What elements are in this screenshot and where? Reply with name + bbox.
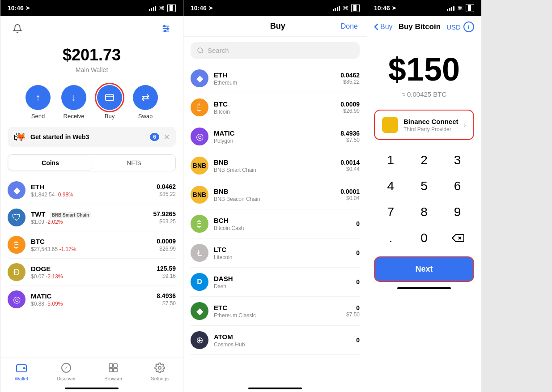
next-button[interactable]: Next: [374, 256, 474, 282]
buy-bnb-beacon[interactable]: BNB BNB BNB Beacon Chain 0.0001 $0.04: [191, 180, 360, 209]
nav-browser-label: Browser: [104, 376, 122, 381]
numpad-2[interactable]: 2: [408, 147, 441, 173]
amount-value: $150: [376, 51, 472, 88]
search-bar[interactable]: [191, 42, 360, 59]
nav-discover-label: Discover: [57, 376, 76, 381]
currency-label: USD: [446, 23, 461, 31]
buy-bch-symbol: BCH: [214, 217, 351, 224]
buy-bnb-beacon-symbol: BNB: [214, 187, 335, 195]
swap-action[interactable]: ⇄ Swap: [133, 85, 158, 119]
buy-matic[interactable]: ◎ MATIC Polygon 8.4936 $7.50: [191, 122, 360, 151]
eth-info: ETH $1,842.54 -0.98%: [31, 183, 151, 198]
numpad-4[interactable]: 4: [374, 173, 408, 199]
receive-button[interactable]: ↓: [61, 85, 86, 110]
coin-item-eth[interactable]: ◆ ETH $1,842.54 -0.98% 0.0462 $85.22: [8, 177, 176, 204]
nav-discover[interactable]: Discover: [57, 362, 76, 381]
coin-item-twt[interactable]: 🛡 TWT BNB Smart Chain $1.09 -2.02% 57.92…: [8, 204, 176, 231]
web3-close-button[interactable]: ✕: [164, 133, 170, 141]
settings-nav-icon: [153, 362, 166, 374]
twt-symbol: TWT BNB Smart Chain: [31, 210, 148, 218]
numpad-3[interactable]: 3: [441, 147, 474, 173]
buy-bch-amount: 0: [356, 220, 360, 227]
nav-wallet-label: Wallet: [15, 376, 28, 381]
buy-bnb-smart-symbol: BNB: [214, 158, 335, 166]
eth-usd: $85.22: [157, 191, 176, 197]
send-action[interactable]: ↑ Send: [25, 85, 51, 119]
buy-bch-icon: ₿: [191, 215, 208, 233]
numpad-6[interactable]: 6: [441, 173, 474, 199]
buy-bch[interactable]: ₿ BCH Bitcoin Cash 0: [191, 209, 360, 239]
numpad-0[interactable]: 0: [408, 225, 441, 251]
buy-matic-usd: $7.50: [340, 137, 360, 143]
buy-etc-info: ETC Ethereum Classic: [214, 304, 341, 319]
svg-rect-13: [114, 364, 117, 367]
numpad-8[interactable]: 8: [408, 199, 441, 225]
web3-text: Get started in Web3: [30, 133, 145, 141]
receive-action[interactable]: ↓ Receive: [61, 85, 86, 119]
svg-marker-11: [64, 366, 68, 370]
back-button[interactable]: Buy: [374, 23, 393, 31]
screen-buy-list: 10:46 ➤ ⌘ ▊ Buy Done ◆: [183, 0, 367, 392]
buy-dash[interactable]: D DASH Dash 0: [191, 268, 360, 297]
send-button[interactable]: ↑: [25, 85, 51, 110]
filter-button[interactable]: [158, 21, 174, 37]
buy-etc[interactable]: ◆ ETC Ethereum Classic 0 $7.50: [191, 297, 360, 326]
location-icon-3: ➤: [392, 5, 396, 11]
nav-wallet[interactable]: Wallet: [15, 362, 28, 381]
buy-button[interactable]: [97, 85, 122, 110]
done-button[interactable]: Done: [341, 22, 358, 30]
numpad-1[interactable]: 1: [374, 147, 408, 173]
currency-button[interactable]: USD: [446, 23, 461, 31]
signal-bar-3: [153, 7, 154, 11]
wallet-nav-icon: [15, 362, 28, 374]
buy-etc-name: Ethereum Classic: [214, 312, 341, 319]
buy-bnb-smart[interactable]: BNB BNB BNB Smart Chain 0.0014 $0.44: [191, 151, 360, 180]
tab-nfts[interactable]: NFTs: [93, 155, 175, 171]
coin-item-doge[interactable]: Ð DOGE $0.07 -2.13% 125.59 $9.16: [8, 259, 176, 286]
matic-usd: $7.50: [157, 300, 176, 307]
buy-btc[interactable]: ₿ BTC Bitcoin 0.0009 $26.99: [191, 93, 360, 122]
nav-browser[interactable]: Browser: [104, 362, 122, 381]
buy-bnb-beacon-name: BNB Beacon Chain: [214, 196, 335, 202]
buy-eth[interactable]: ◆ ETH Ethereum 0.0462 $85.22: [191, 64, 360, 93]
notification-button[interactable]: [9, 21, 25, 37]
twt-value: 57.9265 $63.25: [153, 210, 176, 225]
wallet-label: Main Wallet: [9, 66, 174, 73]
browser-nav-icon: [107, 362, 119, 374]
browser-icon: [108, 362, 119, 373]
numpad-5[interactable]: 5: [408, 173, 441, 199]
matic-symbol: MATIC: [31, 292, 151, 300]
eth-value: 0.0462 $85.22: [157, 183, 176, 197]
btc-price: $27,543.65 -1.17%: [31, 246, 151, 252]
buy-matic-icon: ◎: [191, 128, 208, 145]
buy-atom-amount: 0: [356, 337, 360, 344]
svg-rect-6: [106, 95, 114, 101]
nav-settings[interactable]: Settings: [151, 362, 169, 381]
time-text-1: 10:46: [8, 4, 24, 12]
buy-atom-name: Cosmos Hub: [214, 341, 351, 348]
numpad-dot[interactable]: .: [374, 225, 408, 251]
matic-price: $0.88 -5.09%: [31, 301, 151, 307]
numpad-backspace[interactable]: [441, 225, 474, 251]
buy-bch-info: BCH Bitcoin Cash: [214, 217, 351, 231]
buy-eth-usd: $85.22: [340, 79, 360, 85]
buy-btc-amount: 0.0009: [340, 101, 360, 108]
buy-ltc[interactable]: Ł LTC Litecoin 0: [191, 239, 360, 268]
bell-icon: [13, 24, 22, 34]
coin-item-btc[interactable]: ₿ BTC $27,543.65 -1.17% 0.0009 $26.99: [8, 231, 176, 259]
numpad-7[interactable]: 7: [374, 199, 408, 225]
tab-coins[interactable]: Coins: [9, 156, 92, 170]
buy-atom[interactable]: ⊕ ATOM Cosmos Hub 0: [191, 326, 360, 355]
search-input[interactable]: [208, 47, 353, 54]
provider-selector[interactable]: Binance Connect Third Party Provider ›: [374, 110, 474, 140]
web3-banner[interactable]: ₿ 🦊 Get started in Web3 6 ✕: [8, 127, 176, 147]
buy-action[interactable]: Buy: [97, 85, 122, 119]
swap-button[interactable]: ⇄: [133, 85, 158, 110]
buy-btc-symbol: BTC: [214, 100, 335, 108]
coin-item-matic[interactable]: ◎ MATIC $0.88 -5.09% 8.4936 $7.50: [8, 286, 176, 313]
provider-chevron-icon: ›: [464, 121, 466, 129]
info-button[interactable]: i: [463, 21, 474, 32]
numpad-9[interactable]: 9: [441, 199, 474, 225]
buy-ltc-value: 0: [356, 249, 360, 256]
buy-ltc-amount: 0: [356, 249, 360, 256]
